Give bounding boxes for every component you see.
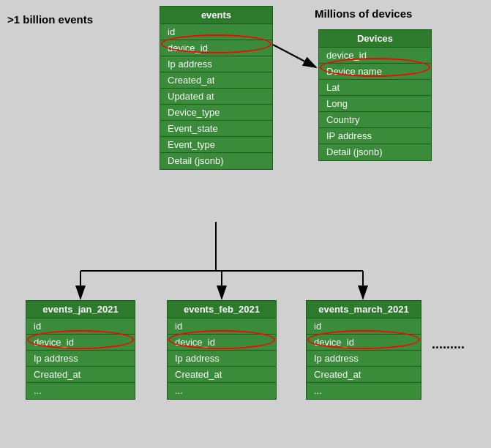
devices-row-country: Country (319, 112, 431, 128)
events-feb-table: events_feb_2021 id device_id Ip address … (167, 300, 277, 400)
annotation-millions-devices: Millions of devices (315, 7, 412, 20)
events-jan-row-created: Created_at (26, 367, 135, 383)
devices-table: Devices device_id Device name Lat Long C… (318, 29, 432, 161)
events-jan-table: events_jan_2021 id device_id Ip address … (26, 300, 135, 400)
events-row-detail: Detail (jsonb) (160, 153, 272, 169)
events-row-event-state: Event_state (160, 121, 272, 137)
events-row-created: Created_at (160, 72, 272, 89)
events-row-device-id: device_id (160, 40, 272, 56)
events-row-device-type: Device_type (160, 105, 272, 121)
events-feb-row-device-id: device_id (168, 335, 276, 351)
devices-row-name: Device name (319, 64, 431, 80)
events-table: events id device_id Ip address Created_a… (160, 6, 273, 170)
events-row-id: id (160, 24, 272, 40)
events-jan-row-id: id (26, 318, 135, 335)
events-march-row-id: id (307, 318, 421, 335)
events-feb-header: events_feb_2021 (168, 301, 276, 318)
events-feb-row-id: id (168, 318, 276, 335)
events-row-event-type: Event_type (160, 137, 272, 153)
devices-row-ip: IP address (319, 128, 431, 144)
events-march-table: events_march_2021 id device_id Ip addres… (306, 300, 421, 400)
events-feb-row-ip: Ip address (168, 351, 276, 367)
events-jan-row-ip: Ip address (26, 351, 135, 367)
diagram-container: >1 billion events Millions of devices ev… (0, 0, 491, 448)
devices-row-lat: Lat (319, 80, 431, 96)
devices-table-header: Devices (319, 30, 431, 48)
dots-label: ......... (432, 337, 465, 352)
events-jan-header: events_jan_2021 (26, 301, 135, 318)
devices-row-device-id: device_id (319, 48, 431, 64)
events-jan-row-dots: ... (26, 383, 135, 399)
events-march-row-device-id: device_id (307, 335, 421, 351)
events-jan-row-device-id: device_id (26, 335, 135, 351)
events-feb-row-dots: ... (168, 383, 276, 399)
annotation-billion-events: >1 billion events (7, 13, 93, 26)
events-march-row-ip: Ip address (307, 351, 421, 367)
events-row-ip: Ip address (160, 56, 272, 72)
events-march-row-created: Created_at (307, 367, 421, 383)
devices-row-detail: Detail (jsonb) (319, 144, 431, 160)
devices-row-long: Long (319, 96, 431, 112)
events-row-updated: Updated at (160, 89, 272, 105)
events-feb-row-created: Created_at (168, 367, 276, 383)
events-table-header: events (160, 7, 272, 24)
events-march-header: events_march_2021 (307, 301, 421, 318)
svg-line-1 (273, 45, 316, 67)
events-march-row-dots: ... (307, 383, 421, 399)
